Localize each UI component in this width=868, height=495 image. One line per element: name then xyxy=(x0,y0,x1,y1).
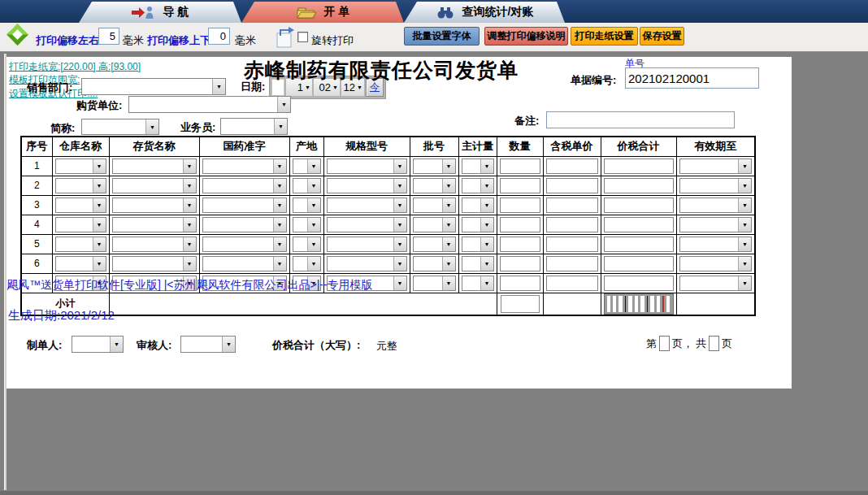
cell-combobox[interactable]: ▼ xyxy=(55,256,106,271)
cell-combobox[interactable]: ▼ xyxy=(202,237,287,252)
cell-combobox[interactable]: ▼ xyxy=(327,256,407,271)
cell-input[interactable] xyxy=(500,237,540,252)
cell-combobox[interactable]: ▼ xyxy=(202,158,287,174)
dropdown-arrow-icon[interactable]: ▼ xyxy=(480,198,493,212)
cell-input[interactable] xyxy=(500,217,540,232)
tab-navigation[interactable]: 导 航 xyxy=(79,2,241,23)
cell-combobox[interactable]: ▼ xyxy=(413,256,456,271)
cell-combobox[interactable]: ▼ xyxy=(293,217,321,232)
cell-combobox[interactable]: ▼ xyxy=(202,198,287,213)
maker-combobox[interactable]: ▼ xyxy=(72,336,124,353)
dropdown-arrow-icon[interactable]: ▼ xyxy=(738,218,751,232)
cell-combobox[interactable]: ▼ xyxy=(55,198,106,213)
dropdown-arrow-icon[interactable]: ▼ xyxy=(183,179,196,193)
cell-combobox[interactable]: ▼ xyxy=(413,178,456,193)
dropdown-arrow-icon[interactable]: ▼ xyxy=(393,237,406,251)
cell-combobox[interactable]: ▼ xyxy=(679,158,753,174)
dropdown-arrow-icon[interactable]: ▼ xyxy=(738,257,751,271)
cell-input[interactable] xyxy=(604,198,674,213)
cell-input[interactable] xyxy=(546,158,598,174)
dropdown-arrow-icon[interactable]: ▼ xyxy=(307,179,320,193)
dropdown-arrow-icon[interactable]: ▼ xyxy=(183,218,196,232)
cell-combobox[interactable]: ▼ xyxy=(462,178,494,193)
paper-size-link[interactable]: 打印走纸宽:[220.00] 高:[93.00] xyxy=(9,60,141,74)
dept-combobox[interactable]: ▼ xyxy=(81,78,226,95)
cell-input[interactable] xyxy=(546,237,598,252)
dropdown-arrow-icon[interactable]: ▼ xyxy=(110,337,123,352)
offset-ud-input[interactable] xyxy=(208,28,230,45)
cell-combobox[interactable]: ▼ xyxy=(55,158,106,174)
dropdown-arrow-icon[interactable]: ▼ xyxy=(93,257,106,271)
dropdown-arrow-icon[interactable]: ▼ xyxy=(738,159,751,173)
cell-combobox[interactable]: ▼ xyxy=(462,217,494,232)
cell-combobox[interactable]: ▼ xyxy=(327,237,407,252)
dropdown-arrow-icon[interactable]: ▼ xyxy=(93,218,106,232)
tab-query-stats[interactable]: 查询统计/对账 xyxy=(404,2,565,23)
cell-combobox[interactable]: ▼ xyxy=(293,237,321,252)
dropdown-arrow-icon[interactable]: ▼ xyxy=(442,276,455,290)
cell-combobox[interactable]: ▼ xyxy=(112,256,197,271)
cell-combobox[interactable]: ▼ xyxy=(327,198,407,213)
cell-input[interactable] xyxy=(604,217,674,232)
cell-input[interactable] xyxy=(500,178,540,193)
cell-combobox[interactable]: ▼ xyxy=(679,256,753,271)
cell-input[interactable] xyxy=(546,178,598,193)
cell-input[interactable] xyxy=(546,217,598,232)
dropdown-arrow-icon[interactable]: ▼ xyxy=(480,159,493,173)
cell-combobox[interactable]: ▼ xyxy=(327,178,407,193)
cell-combobox[interactable]: ▼ xyxy=(293,158,321,174)
cell-combobox[interactable]: ▼ xyxy=(112,158,197,174)
dropdown-arrow-icon[interactable]: ▼ xyxy=(183,198,196,212)
order-no-input[interactable] xyxy=(625,67,759,89)
save-settings-button[interactable]: 保存设置 xyxy=(640,27,684,46)
cell-combobox[interactable]: ▼ xyxy=(462,237,494,252)
dropdown-arrow-icon[interactable]: ▼ xyxy=(307,257,320,271)
dropdown-arrow-icon[interactable]: ▼ xyxy=(273,218,286,232)
cell-input[interactable] xyxy=(604,178,674,193)
paper-feed-settings-button[interactable]: 打印走纸设置 xyxy=(571,27,638,46)
dropdown-arrow-icon[interactable]: ▼ xyxy=(307,218,320,232)
dropdown-arrow-icon[interactable]: ▼ xyxy=(273,237,286,251)
cell-combobox[interactable]: ▼ xyxy=(112,178,197,193)
cell-combobox[interactable]: ▼ xyxy=(202,217,287,232)
auditor-combobox[interactable]: ▼ xyxy=(180,336,236,353)
dropdown-arrow-icon[interactable]: ▼ xyxy=(277,97,290,112)
dropdown-arrow-icon[interactable]: ▼ xyxy=(393,198,406,212)
rotate-print-checkbox[interactable] xyxy=(297,32,308,42)
cell-input[interactable] xyxy=(604,237,674,252)
cell-combobox[interactable]: ▼ xyxy=(112,198,197,213)
dropdown-arrow-icon[interactable]: ▼ xyxy=(393,179,406,193)
dropdown-arrow-icon[interactable]: ▼ xyxy=(393,257,406,271)
cell-input[interactable] xyxy=(604,158,674,174)
cell-combobox[interactable]: ▼ xyxy=(462,158,494,174)
cell-combobox[interactable]: ▼ xyxy=(679,276,753,291)
dropdown-arrow-icon[interactable]: ▼ xyxy=(738,198,751,212)
cell-input[interactable] xyxy=(604,256,674,271)
dropdown-arrow-icon[interactable]: ▼ xyxy=(93,179,106,193)
dropdown-arrow-icon[interactable]: ▼ xyxy=(93,237,106,251)
dropdown-arrow-icon[interactable]: ▼ xyxy=(738,179,751,193)
dropdown-arrow-icon[interactable]: ▼ xyxy=(442,257,455,271)
cell-input[interactable] xyxy=(546,256,598,271)
cell-input[interactable] xyxy=(500,256,540,271)
cell-combobox[interactable]: ▼ xyxy=(679,178,753,193)
cell-combobox[interactable]: ▼ xyxy=(327,158,407,174)
cell-combobox[interactable]: ▼ xyxy=(55,237,106,252)
cell-combobox[interactable]: ▼ xyxy=(462,256,494,271)
cell-combobox[interactable]: ▼ xyxy=(413,158,456,174)
cell-combobox[interactable]: ▼ xyxy=(462,198,494,213)
cell-combobox[interactable]: ▼ xyxy=(293,198,321,213)
cell-input[interactable] xyxy=(500,276,540,291)
offset-lr-input[interactable] xyxy=(98,28,119,45)
dropdown-arrow-icon[interactable]: ▼ xyxy=(222,337,235,352)
tab-billing[interactable]: 开 单 xyxy=(241,2,404,23)
cell-input[interactable] xyxy=(500,198,540,213)
subtotal-qty-input[interactable] xyxy=(501,295,540,313)
remark-input[interactable] xyxy=(546,111,735,128)
dropdown-arrow-icon[interactable]: ▼ xyxy=(480,179,493,193)
cell-combobox[interactable]: ▼ xyxy=(413,217,456,232)
cell-combobox[interactable]: ▼ xyxy=(55,178,106,193)
cell-combobox[interactable]: ▼ xyxy=(462,276,494,291)
dropdown-arrow-icon[interactable]: ▼ xyxy=(307,237,320,251)
batch-font-button[interactable]: 批量设置字体 xyxy=(404,27,480,46)
